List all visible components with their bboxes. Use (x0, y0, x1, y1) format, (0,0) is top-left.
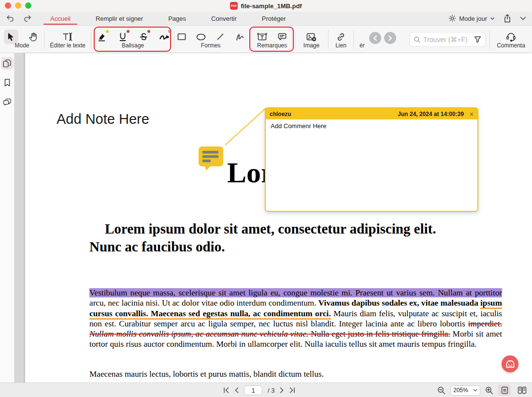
zoom-in-icon[interactable] (485, 386, 493, 395)
menu-row: Accueil Remplir et signer Pages Converti… (0, 12, 532, 25)
comment-popup-header[interactable]: chloezu Jun 24, 2024 at 14:00:39 × (266, 108, 477, 119)
page-navigation: 1 / 3 (223, 383, 295, 397)
two-page-view-button[interactable] (516, 384, 528, 396)
zoom-window-button[interactable] (25, 2, 31, 9)
redo-icon[interactable] (22, 13, 33, 24)
page-gutter (14, 53, 25, 382)
status-bar: 1 / 3 205% (0, 382, 532, 397)
view-back-button[interactable] (369, 32, 381, 44)
sun-icon (448, 15, 456, 22)
comment-popup[interactable]: chloezu Jun 24, 2024 at 14:00:39 × Add C… (265, 107, 478, 212)
comments-panel-icon[interactable] (1, 96, 14, 108)
group-formes: Formes (175, 26, 246, 53)
undo-icon[interactable] (5, 13, 15, 24)
window-title: file-sample_1MB.pdf (241, 2, 302, 10)
comment-body-text[interactable]: Add Commenr Here (266, 119, 477, 132)
group-lien: Lien (329, 26, 353, 53)
chevron-down-icon (490, 17, 495, 20)
view-forward-button[interactable] (384, 32, 396, 44)
toolbar-collapse-chevron-icon[interactable] (520, 16, 526, 21)
pdf-page[interactable]: Add Note Here Lor chloezu Jun 24, 2024 a… (25, 53, 532, 382)
zoom-out-icon[interactable] (437, 386, 446, 395)
group-label-remarques: Remarques (250, 42, 294, 49)
tab-accueil[interactable]: Accueil (38, 12, 83, 25)
first-page-icon[interactable] (223, 387, 230, 393)
support-chatbot-button[interactable] (502, 355, 518, 372)
group-edit-text: Éditer le texte (44, 26, 91, 53)
minimize-window-button[interactable] (15, 2, 21, 9)
sticky-note-icon[interactable] (198, 146, 224, 171)
tab-convertir[interactable]: Convertir (199, 12, 249, 25)
search-input[interactable] (423, 36, 471, 44)
pdf-file-icon: PDF (230, 2, 238, 10)
group-label-lien: Lien (329, 42, 353, 49)
thumbnails-panel-icon[interactable] (1, 57, 14, 70)
share-icon[interactable] (503, 14, 511, 23)
chevron-down-icon (473, 389, 477, 392)
single-page-view-button[interactable] (498, 384, 511, 396)
zoom-controls: 205% (437, 383, 528, 397)
group-mode: Mode (0, 26, 44, 53)
group-label-balisage: Balisage (95, 42, 171, 49)
group-commentaires: Commenta (490, 26, 532, 53)
group-label-mode: Mode (0, 42, 44, 49)
tab-proteger[interactable]: Protéger (249, 12, 299, 25)
ribbon-tabs: Accueil Remplir et signer Pages Converti… (38, 12, 299, 25)
previous-page-icon[interactable] (235, 387, 239, 393)
search-icon (414, 36, 420, 43)
tab-remplir-et-signer[interactable]: Remplir et signer (83, 12, 156, 25)
window-title-group: PDF file-sample_1MB.pdf (230, 2, 302, 10)
group-image: Image (295, 26, 328, 53)
last-page-icon[interactable] (289, 387, 295, 393)
theme-mode-dropdown[interactable]: Mode jour (448, 15, 495, 22)
close-icon[interactable]: × (470, 111, 474, 118)
window-controls (5, 2, 31, 9)
current-page-input[interactable]: 1 (244, 385, 262, 395)
zoom-level-dropdown[interactable]: 205% (450, 385, 480, 396)
page-total-label: / 3 (268, 387, 274, 394)
group-balisage: Balisage (95, 26, 171, 53)
comment-author: chloezu (270, 111, 394, 118)
group-label-image: Image (295, 42, 328, 49)
group-label-formes: Formes (175, 42, 246, 49)
find-search-field[interactable] (409, 32, 486, 47)
highlighter-color-dot (106, 30, 109, 33)
comment-timestamp: Jun 24, 2024 at 14:00:39 (398, 111, 464, 118)
group-label-edit-text: Éditer le texte (44, 42, 91, 49)
next-page-icon[interactable] (280, 387, 284, 393)
bookmarks-panel-icon[interactable] (1, 76, 14, 89)
freehand-color-dot (168, 30, 171, 33)
group-truncated: ér (354, 26, 404, 53)
main-toolbar: Mode Éditer le texte (0, 25, 532, 53)
close-window-button[interactable] (5, 2, 11, 9)
group-remarques: Remarques (250, 26, 294, 53)
strikethrough-color-dot (147, 30, 150, 33)
note-connector-line (25, 53, 532, 382)
filter-funnel-icon[interactable] (474, 36, 481, 43)
title-bar: PDF file-sample_1MB.pdf (0, 0, 532, 12)
underline-color-dot (127, 30, 129, 33)
tab-pages[interactable]: Pages (156, 12, 199, 25)
group-label-commentaires: Commenta (490, 42, 532, 49)
left-panel-rail (0, 53, 14, 382)
app-window: PDF file-sample_1MB.pdf Accueil Remplir … (0, 0, 532, 397)
